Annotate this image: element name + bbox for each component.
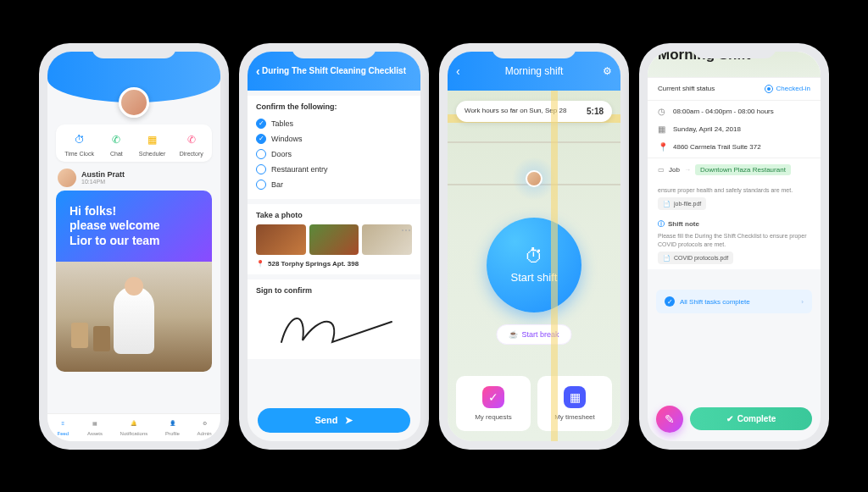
stopwatch-icon: ⏱ xyxy=(525,246,543,268)
avatar-icon xyxy=(526,170,542,187)
sign-section: Sign to confirm xyxy=(248,279,420,359)
post-image[interactable] xyxy=(56,262,212,372)
checkbox-icon[interactable] xyxy=(256,134,266,144)
screen-feed: ⏱ Time Clock ✆ Chat ▦ Scheduler ✆ Direct… xyxy=(47,52,220,441)
tab-bar: ≡Feed ▦Assets 🔔Notifications 👤Profile ⚙A… xyxy=(47,413,220,441)
file-icon: 📄 xyxy=(663,254,670,262)
back-icon[interactable]: ‹ xyxy=(256,64,260,78)
post-time: 10:14PM xyxy=(81,179,125,185)
card-my-timesheet[interactable]: ▦ My timesheet xyxy=(537,376,612,431)
quicklink-directory[interactable]: ✆ Directory xyxy=(180,131,203,157)
notch xyxy=(292,43,376,58)
author-avatar[interactable] xyxy=(58,169,76,187)
clock-icon: ◷ xyxy=(658,107,668,116)
road-line xyxy=(448,141,620,143)
start-break-button[interactable]: ☕ Start break xyxy=(496,324,571,345)
status-row: Current shift status Checked-in xyxy=(648,77,821,101)
calendar-icon: ▦ xyxy=(144,131,161,148)
tasks-row[interactable]: ✓ All Shift tasks complete › xyxy=(656,290,812,313)
check-circle-icon: ✓ xyxy=(665,296,675,307)
section-label: Confirm the following: xyxy=(256,102,412,111)
screen-morning-shift: Morning Shift Current shift status Check… xyxy=(648,52,821,441)
welcome-line: please welcome xyxy=(70,218,198,234)
note-text: ensure proper health and safety standard… xyxy=(658,186,810,194)
tab-notifications[interactable]: 🔔Notifications xyxy=(120,417,148,436)
gear-icon[interactable]: ⚙ xyxy=(603,65,612,77)
map[interactable]: Work hours so far on Sun, Sep 28 5:18 ⏱ … xyxy=(448,91,620,441)
checkbox-icon[interactable] xyxy=(256,119,266,129)
arrow-icon: → xyxy=(684,166,691,174)
quicklink-time-clock[interactable]: ⏱ Time Clock xyxy=(64,131,94,157)
calendar-icon: ▦ xyxy=(658,124,668,134)
checklist-item[interactable]: Doors xyxy=(256,146,412,162)
photo-thumb[interactable] xyxy=(256,224,306,255)
checklist-label: Tables xyxy=(271,119,293,128)
job-row[interactable]: ▭ Job → Downtown Plaza Restaurant xyxy=(648,158,821,181)
job-chip: Downtown Plaza Restaurant xyxy=(695,164,791,175)
quicklink-label: Directory xyxy=(180,151,203,157)
check-icon: ✔ xyxy=(726,414,733,423)
tab-profile[interactable]: 👤Profile xyxy=(165,417,180,436)
checkbox-icon[interactable] xyxy=(256,180,266,190)
quicklink-scheduler[interactable]: ▦ Scheduler xyxy=(139,131,166,157)
work-hours-pill[interactable]: Work hours so far on Sun, Sep 28 5:18 xyxy=(456,101,612,122)
job-label: Job xyxy=(669,166,680,174)
tab-admin[interactable]: ⚙Admin xyxy=(198,417,212,436)
notch xyxy=(692,43,776,58)
work-hours-label: Work hours so far on Sun, Sep 28 xyxy=(465,107,566,116)
checklist-label: Restaurant entry xyxy=(271,165,328,174)
chevron-right-icon: › xyxy=(801,298,804,306)
checklist-item[interactable]: Restaurant entry xyxy=(256,162,412,177)
quicklink-chat[interactable]: ✆ Chat xyxy=(108,131,125,157)
card-label: My requests xyxy=(475,413,512,421)
info-text: 08:00am - 04:00pm - 08:00 hours xyxy=(673,108,774,115)
edit-fab[interactable]: ✎ xyxy=(656,406,683,433)
complete-button[interactable]: ✔ Complete xyxy=(690,407,812,430)
checklist-item[interactable]: Tables xyxy=(256,116,412,131)
notch xyxy=(492,43,576,58)
card-my-requests[interactable]: ✓ My requests xyxy=(456,376,531,431)
info-text: Sunday, April 24, 2018 xyxy=(673,125,741,133)
checklist-item[interactable]: Windows xyxy=(256,131,412,146)
info-address: 📍4860 Carmela Trail Suite 372 xyxy=(648,138,821,156)
file-chip[interactable]: 📄job-file.pdf xyxy=(658,197,706,210)
welcome-card[interactable]: Hi folks! please welcome Lior to our tea… xyxy=(56,191,212,263)
screen-checklist: ‹ During The Shift Cleaning Checklist Co… xyxy=(248,52,420,441)
file-chip[interactable]: 📄COVID protocols.pdf xyxy=(658,252,733,264)
decor xyxy=(71,323,88,348)
bottom-cards: ✓ My requests ▦ My timesheet xyxy=(456,376,612,431)
note-text: Please fill the During the Shift Checkli… xyxy=(658,232,810,248)
work-hours-value: 5:18 xyxy=(587,107,604,116)
tab-label: Notifications xyxy=(120,431,148,436)
status-label: Current shift status xyxy=(658,85,715,93)
quicklinks: ⏱ Time Clock ✆ Chat ▦ Scheduler ✆ Direct… xyxy=(56,124,212,162)
signature-pad[interactable] xyxy=(256,300,412,352)
more-icon[interactable]: ⋯ xyxy=(401,224,412,236)
photo-thumb[interactable] xyxy=(309,224,359,255)
checkbox-icon[interactable] xyxy=(256,164,266,174)
feed-icon: ≡ xyxy=(56,417,70,429)
tab-feed[interactable]: ≡Feed xyxy=(56,417,70,436)
start-shift-button[interactable]: ⏱ Start shift xyxy=(487,218,581,312)
user-location-marker[interactable] xyxy=(512,157,556,201)
user-icon: 👤 xyxy=(165,417,179,429)
photo-section: Take a photo ⋯ 📍 528 Torphy Springs Apt.… xyxy=(248,204,420,274)
calendar-icon: ▦ xyxy=(564,386,586,408)
confirm-section: Confirm the following: TablesWindowsDoor… xyxy=(248,96,420,199)
back-icon[interactable]: ‹ xyxy=(456,64,460,78)
quicklink-label: Time Clock xyxy=(64,151,94,157)
tab-label: Feed xyxy=(57,431,69,436)
avatar[interactable] xyxy=(119,87,149,118)
note-block: ensure proper health and safety standard… xyxy=(648,181,821,216)
checklist-label: Doors xyxy=(271,150,292,158)
tab-assets[interactable]: ▦Assets xyxy=(87,417,103,436)
send-button[interactable]: Send ➤ xyxy=(258,408,410,433)
topbar xyxy=(47,52,220,102)
coffee-icon: ☕ xyxy=(509,330,518,339)
info-list: ◷08:00am - 04:00pm - 08:00 hours ▦Sunday… xyxy=(648,101,821,158)
tab-label: Assets xyxy=(87,431,103,436)
checklist-item[interactable]: Bar xyxy=(256,177,412,192)
checkbox-icon[interactable] xyxy=(256,149,266,159)
check-icon: ✓ xyxy=(482,386,504,408)
author-name: Austin Pratt xyxy=(81,170,125,179)
